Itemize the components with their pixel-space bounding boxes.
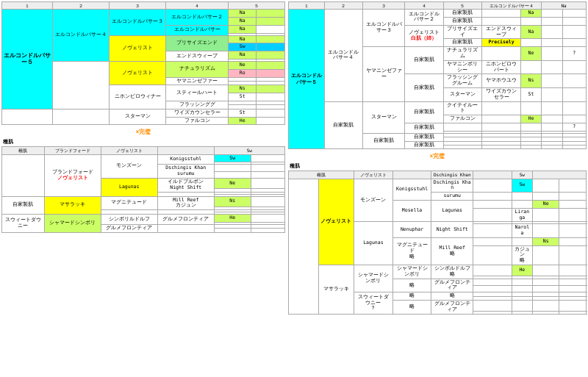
rb-gen2-lag: Lagunas bbox=[354, 222, 393, 265]
rt-gen5-9: クイテイルート bbox=[443, 101, 482, 115]
rt-gen5-10d bbox=[562, 115, 586, 123]
right-bottom-table: 種肌 ノヴェリスト Dschingis Khan Sw ノヴェリスト モンズーン… bbox=[288, 170, 587, 314]
rb-5-8a: カジュン略 bbox=[512, 245, 532, 265]
rt-gen5-2d bbox=[562, 17, 586, 25]
bl-gen1-jika: 自家製肌 bbox=[2, 196, 45, 215]
bl-gen3-gur2: グルメフロンティア bbox=[101, 224, 157, 232]
ped-lt-gen5-13: Ns bbox=[228, 85, 257, 93]
ped-lt-gen4-4: エンドスウィープ bbox=[166, 51, 229, 62]
rb-gen4-mill: Mill Reef略 bbox=[431, 237, 473, 265]
extra-gen2 bbox=[53, 109, 110, 125]
ped-lt-gen3-2: ノヴェリスト bbox=[110, 35, 166, 61]
rt-gen3-1: エルコンドルバサー３ bbox=[363, 10, 405, 47]
ped-lt-gen5-10b bbox=[257, 69, 285, 77]
rb-gen5-1 bbox=[473, 179, 512, 193]
rb-5-11 bbox=[473, 279, 512, 285]
bl-gen3-shin: シンボリルドルフ bbox=[101, 215, 157, 225]
rt-num-3: ３ bbox=[363, 2, 405, 10]
rt-gen5-9a bbox=[482, 101, 521, 115]
ped-lt-gen4-1: エルコンドルパサー２ bbox=[166, 10, 229, 26]
rb-num-4: Dschingis Khan bbox=[431, 171, 473, 179]
ped-lt-gen5-1: Na bbox=[228, 10, 257, 18]
complete-label-right: ×完璧 bbox=[288, 152, 587, 160]
rb-5-12c bbox=[559, 285, 586, 292]
rt-gen5-3: ブリサイズエイ bbox=[443, 25, 482, 39]
rt-gen5-2: 自家製肌 bbox=[443, 17, 482, 25]
ped-lt-gen5-13b bbox=[257, 85, 285, 93]
bl-5-3 bbox=[214, 165, 251, 171]
rb-gen4-sha3: シンボルドルフ略 bbox=[431, 265, 473, 279]
rb-5-2c bbox=[533, 193, 559, 201]
rb-5-16 bbox=[473, 311, 512, 314]
ped-lt-gen5-9b bbox=[257, 61, 285, 69]
rb-gen2-monz: モンズーン bbox=[354, 179, 393, 222]
ped-lt-gen5-1b bbox=[257, 10, 285, 18]
ped-lt-gen5-14: St bbox=[228, 93, 257, 101]
rb-5-12b bbox=[533, 285, 559, 292]
rt-gen5-8d bbox=[562, 87, 586, 101]
rb-5-4 bbox=[473, 208, 512, 222]
rb-5-15b bbox=[533, 301, 559, 312]
bl-5-16 bbox=[214, 229, 251, 232]
rt-gen5-9d bbox=[562, 101, 586, 115]
rb-5-7b: Ns bbox=[533, 237, 559, 245]
rt-gen5-4c bbox=[542, 39, 562, 47]
extra-st1a: St bbox=[228, 109, 257, 117]
rt-gen5-7c bbox=[542, 74, 562, 88]
ped-lt-gen4-6: ヤマニンゼファー bbox=[166, 77, 229, 85]
rb-gen4-lag: Lagunas bbox=[431, 200, 473, 221]
rt-gen5-5b: Ne bbox=[520, 47, 541, 61]
rt-gen5-11b bbox=[520, 123, 541, 131]
ped-lt-gen5-14b bbox=[257, 93, 285, 101]
complete-label-left: ×完璧 bbox=[1, 128, 285, 136]
rt-gen5-3b: Na bbox=[520, 25, 541, 39]
rb-5-6b bbox=[533, 224, 559, 238]
rt-gen5-16b bbox=[520, 145, 541, 148]
rt-gen5-7d bbox=[562, 74, 586, 88]
rt-gen5-6d bbox=[562, 60, 586, 74]
bl-gen4-ild: イルドブルボンNight Shift bbox=[157, 178, 214, 192]
rt-gen5-11c bbox=[542, 123, 562, 131]
rb-5-4b bbox=[533, 208, 559, 222]
extra-st2b bbox=[257, 117, 285, 125]
rb-5-9 bbox=[473, 265, 512, 276]
bl-gen3-lag: Lagunas bbox=[101, 178, 157, 196]
rt-gen5-10: ファルコン bbox=[443, 115, 482, 123]
bl-5-9: Ns bbox=[214, 196, 251, 207]
rt-gen5-2a bbox=[482, 17, 521, 25]
bl-num-1: 種肌 bbox=[2, 147, 45, 154]
rb-gen3-nen: Nenuphar bbox=[392, 222, 431, 238]
left-top-table-extra: スターマン ワイズカウンセラー St ファルコン He bbox=[1, 109, 285, 126]
col-num-4: ４ bbox=[166, 2, 229, 10]
rt-gen5-1c bbox=[542, 10, 562, 18]
rt-gen5-6c bbox=[542, 60, 562, 74]
rt-num-1: １ bbox=[289, 2, 325, 10]
rt-gen5-3d bbox=[562, 25, 586, 39]
bl-gen4-empty bbox=[157, 224, 214, 232]
ped-lt-gen5-6: Sw bbox=[228, 43, 257, 51]
rb-5-4a: Liranga bbox=[512, 208, 532, 222]
rt-gen1: エルコンドルパサー５ bbox=[289, 10, 325, 149]
ped-lt-gen4-3: ブリサイズエンド bbox=[166, 35, 229, 51]
rb-5-3c: Ne bbox=[533, 200, 559, 208]
left-top-pedigree: １ ２ ３ ４ ５ エルコンドルパサー５ エルコンドルパサー４ エルコンドルパサ… bbox=[1, 1, 285, 125]
rb-5-9c bbox=[533, 265, 559, 276]
rt-gen5-11d: ? bbox=[562, 123, 586, 131]
rt-gen5-8c bbox=[542, 87, 562, 101]
rb-gen4-dis: Dschingis Khan bbox=[431, 179, 473, 193]
ped-lt-gen4-5: ナチュラリズム bbox=[166, 61, 229, 77]
bl-5-16b bbox=[251, 229, 284, 232]
rt-gen5-5c bbox=[542, 47, 562, 61]
ped-lt-gen5-9: Ne bbox=[228, 61, 257, 69]
rb-gen4-sw4: グルメフロンティア bbox=[431, 301, 473, 315]
ped-lt-gen4-8: フラッシンググ bbox=[166, 101, 229, 109]
rb-gen3-sha4: 略 bbox=[392, 279, 431, 292]
rt-gen5-8a: ワイズカウンセラー bbox=[482, 87, 521, 101]
rt-gen5-16a bbox=[482, 145, 521, 148]
rt-gen5-7: フラッシンググルーム bbox=[443, 74, 482, 88]
ped-lt-gen4-2: エルコンドルパサー bbox=[166, 25, 229, 35]
bl-5-5: Ne bbox=[214, 178, 251, 189]
ped-lt-gen5-5b bbox=[257, 35, 285, 43]
bl-5-3b bbox=[251, 165, 284, 171]
rt-num-5a: ５ bbox=[443, 2, 482, 10]
